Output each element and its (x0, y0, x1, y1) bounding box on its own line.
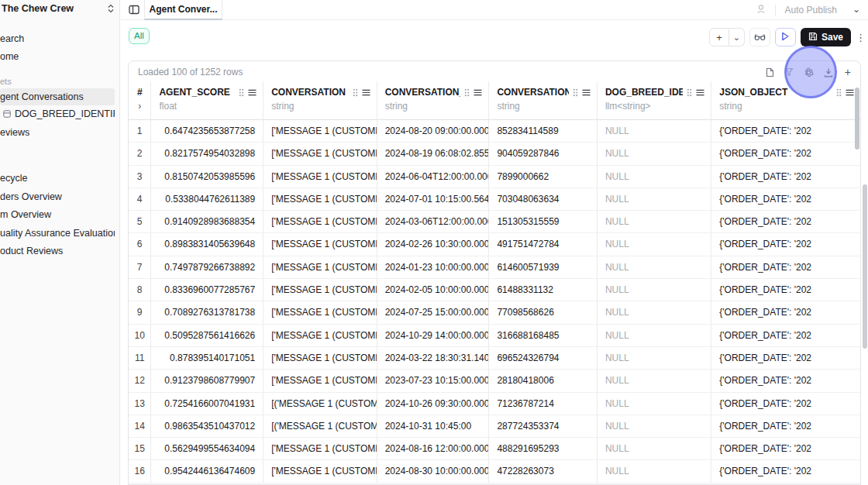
table-cell[interactable]: 2024-03-06T12:00:00.0000000Z (377, 211, 489, 232)
column-header-agent_score[interactable]: AGENT_SCOREfloat (150, 81, 263, 119)
table-cell[interactable]: [('MESSAGE 1 (CUSTOMER)': 'Hi ther (263, 393, 377, 414)
table-cell[interactable]: {'ORDER_DATE': '202 (711, 301, 860, 323)
table-cell[interactable]: 0.5095287561416626 (150, 325, 263, 346)
sidebar-item-product-reviews[interactable]: oduct Reviews (0, 242, 115, 260)
column-menu-icon[interactable] (696, 89, 704, 96)
table-cell[interactable]: ['MESSAGE 1 (CUSTOMER): "Hi there (263, 143, 377, 164)
table-scrollbar-thumb[interactable] (855, 88, 859, 150)
table-cell[interactable]: ['MESSAGE 1 (CUSTOMER): "Hi there (263, 370, 377, 391)
kebab-menu-icon[interactable]: ⋮ (856, 32, 865, 43)
filter-all-chip[interactable]: All (129, 28, 150, 44)
table-cell[interactable]: 0.7089276313781738 (150, 301, 263, 323)
drag-handle-icon[interactable] (239, 88, 244, 97)
drag-handle-icon[interactable] (573, 88, 578, 97)
sidebar-item-dog-breed-identifier[interactable]: DOG_BREED_IDENTIFIER (0, 105, 115, 122)
table-cell[interactable]: 0.5629499554634094 (150, 438, 263, 459)
table-cell[interactable]: NULL (597, 393, 711, 414)
sidebar-item-search[interactable]: earch (0, 30, 115, 47)
file-icon[interactable] (766, 67, 774, 77)
drag-handle-icon[interactable] (464, 88, 470, 97)
drag-handle-icon[interactable] (836, 88, 842, 97)
column-header-conversation[interactable]: CONVERSATIONstring (263, 81, 376, 119)
table-cell[interactable]: 316688168485 (488, 325, 597, 346)
table-cell[interactable]: NULL (597, 120, 711, 142)
sidebar-toggle-button[interactable] (127, 5, 141, 16)
table-cell[interactable]: 0.8150742053985596 (150, 166, 263, 187)
table-cell[interactable]: 491751472784 (488, 233, 597, 255)
sidebar-item-reviews[interactable]: eviews (0, 124, 115, 141)
table-cell[interactable]: ['MESSAGE 1 (CUSTOMER): "Hi there (263, 188, 377, 210)
table-cell[interactable]: 2024-01-23 10:00:00.000000 (377, 256, 489, 278)
table-cell[interactable]: 696524326794 (488, 347, 597, 369)
table-cell[interactable]: 2024-07-25 15:00:00.000000000 (377, 301, 489, 323)
sidebar-item-home[interactable]: ome (0, 48, 115, 65)
table-cell[interactable]: 2023-07-23 10:15:00.000000 (377, 370, 489, 391)
table-cell[interactable]: {'ORDER_DATE': '202 (711, 256, 860, 278)
table-cell[interactable]: 904059287846 (488, 143, 597, 164)
sidebar-item-quality-assurance-evaluation[interactable]: uality Assurance Evaluation (0, 225, 115, 242)
sidebar-item-orders-overview[interactable]: ders Overview (0, 188, 115, 205)
add-cell-dropdown[interactable]: ⌄ (729, 28, 745, 46)
table-cell[interactable]: 0.7497879266738892 (150, 256, 263, 278)
table-cell[interactable]: 0.9542446136474609 (150, 460, 263, 482)
column-header-json_object[interactable]: JSON_OBJECTstring (711, 81, 860, 119)
add-column-icon[interactable]: + (843, 66, 852, 78)
table-cell[interactable]: {'ORDER_DATE': '202 (711, 460, 860, 482)
table-cell[interactable]: NULL (597, 370, 711, 391)
table-cell[interactable]: 2024-08-30 10:00:00.000000 (377, 460, 489, 482)
table-cell[interactable]: ['MESSAGE 1 (CUSTOMER): "Hi there (263, 347, 377, 369)
table-cell[interactable]: NULL (597, 438, 711, 459)
column-menu-icon[interactable] (362, 89, 370, 96)
table-cell[interactable]: 2024-03-22 18:30:31.140275 (377, 347, 489, 369)
table-cell[interactable]: 0.8217574954032898 (150, 143, 263, 164)
table-cell[interactable]: ['MESSAGE 1 (CUSTOMER): "Hello! I (263, 460, 377, 482)
table-cell[interactable]: NULL (597, 233, 711, 255)
column-header-conversation_created_.[interactable]: CONVERSATION_CREATED_.string (377, 81, 489, 119)
table-cell[interactable]: 2024-02-05 10:00:00.000000 (377, 279, 489, 301)
table-cell[interactable]: {'ORDER_DATE': '202 (711, 188, 860, 210)
table-cell[interactable]: 2024-07-01 10:15:00.564602 (377, 188, 489, 210)
chevron-right-icon[interactable]: › (138, 101, 141, 112)
table-cell[interactable]: ['MESSAGE 1 (CUSTOMER): "Hi there (263, 438, 377, 459)
table-cell[interactable]: NULL (597, 325, 711, 346)
table-cell[interactable]: 852834114589 (488, 120, 597, 142)
table-cell[interactable]: 28180418006 (488, 370, 597, 391)
table-cell[interactable]: 0.5338044762611389 (150, 188, 263, 210)
sidebar-item-lifecycle[interactable]: ecycle (0, 170, 115, 187)
sidebar-item-overview[interactable]: m Overview (0, 206, 115, 223)
table-cell[interactable]: {'ORDER_DATE': '202 (711, 347, 860, 369)
table-cell[interactable]: NULL (597, 301, 711, 323)
table-cell[interactable]: 0.9140928983688354 (150, 211, 263, 232)
table-cell[interactable]: 2024-02-26 10:30:00.000000 (377, 233, 489, 255)
column-menu-icon[interactable] (248, 89, 257, 96)
table-cell[interactable]: 703048063634 (488, 188, 597, 210)
table-cell[interactable]: {'ORDER_DATE': '202 (711, 415, 860, 437)
table-cell[interactable]: {'ORDER_DATE': '202 (711, 211, 860, 232)
table-cell[interactable]: 2024-06-04T12:00:00.000000000 (377, 166, 489, 187)
column-header-conversation_id[interactable]: CONVERSATION_IDstring (488, 81, 597, 119)
table-cell[interactable]: ['MESSAGE 1 (CUSTOMER): "Hi there (263, 256, 377, 278)
table-cell[interactable]: 0.6474235653877258 (150, 120, 263, 142)
sidebar-item-agent-conversations[interactable]: gent Conversations (0, 88, 115, 105)
table-cell[interactable]: 2024-10-26 09:30:00.000000000 (377, 393, 489, 414)
table-cell[interactable]: 2024-08-16 12:00:00.000000000 (377, 438, 489, 459)
table-cell[interactable]: NULL (597, 347, 711, 369)
table-cell[interactable]: 61488331132 (488, 279, 597, 301)
tab-agent-conversations[interactable]: Agent Conver... (144, 0, 222, 20)
column-menu-icon[interactable] (846, 89, 854, 96)
table-cell[interactable]: 2024-10-29 14:00:00.000000 (377, 325, 489, 346)
table-cell[interactable]: [('MESSAGE 1 (CUSTOMER)': 'Hi! I re (263, 415, 377, 437)
page-scrollbar-thumb[interactable] (863, 184, 867, 349)
table-cell[interactable]: 0.8983831405639648 (150, 233, 263, 255)
table-cell[interactable]: 0.9123798608779907 (150, 370, 263, 391)
chevron-down-icon[interactable]: ⌄ (846, 4, 863, 16)
table-cell[interactable]: 2024-08-20 09:00:00.000000 (377, 120, 489, 142)
drag-handle-icon[interactable] (687, 88, 692, 97)
table-cell[interactable]: 7899000662 (488, 166, 597, 187)
table-cell[interactable]: NULL (597, 256, 711, 278)
table-cell[interactable]: {'ORDER_DATE': '202 (711, 233, 860, 255)
table-cell[interactable]: 47228263073 (488, 460, 597, 482)
table-cell[interactable]: ['MESSAGE 1 (CUSTOMER): "Hi! I rec (263, 233, 377, 255)
table-cell[interactable]: ['MESSAGE 1 (CUSTOMER): "Hi there (263, 325, 377, 346)
table-cell[interactable]: {'ORDER_DATE': '202 (711, 438, 860, 459)
